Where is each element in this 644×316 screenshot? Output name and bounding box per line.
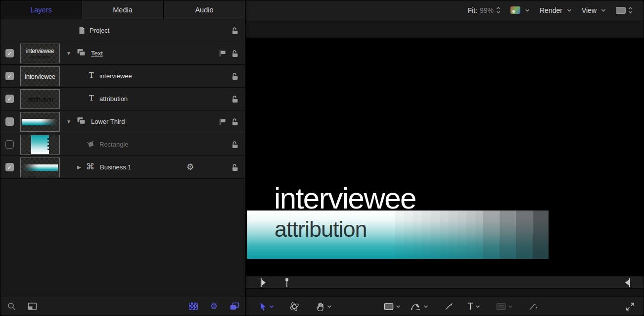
bezier-pen-tool[interactable] bbox=[411, 297, 428, 316]
layer-row-attribution[interactable]: ✓ attribution T attribution bbox=[0, 88, 245, 110]
layer-row-interviewee[interactable]: ✓ interviewee T interviewee bbox=[0, 65, 245, 88]
flag-icon bbox=[219, 50, 227, 57]
window-layout-control[interactable] bbox=[616, 6, 633, 14]
layer-row-rectangle[interactable]: Rectangle bbox=[0, 133, 245, 156]
rectangle-tool[interactable] bbox=[384, 297, 401, 316]
gear-blue-icon: ⚙ bbox=[210, 302, 218, 311]
expand-fullscreen-button[interactable] bbox=[626, 297, 635, 316]
panel-tabbar: Layers Media Audio bbox=[0, 0, 245, 19]
layer-row-business-1[interactable]: ✓ ▶ ⌘ Business 1 ⚙ bbox=[0, 156, 245, 179]
layers-empty-area bbox=[0, 179, 245, 297]
show-masks-toggle[interactable] bbox=[189, 303, 198, 310]
layer-label-project: Project bbox=[90, 27, 109, 34]
disclosure-down-icon[interactable]: ▼ bbox=[66, 51, 71, 56]
out-point-marker[interactable] bbox=[624, 278, 631, 287]
layer-label-interviewee[interactable]: interviewee bbox=[99, 72, 132, 80]
expand-arrows-icon bbox=[626, 302, 635, 311]
zoom-level-control[interactable]: Fit: 99% bbox=[468, 6, 501, 14]
canvas-subtitle-text[interactable]: attribution bbox=[275, 218, 367, 240]
layer-row-lower-third[interactable]: – ▼ Lower Third bbox=[0, 110, 245, 133]
chevron-down-icon bbox=[508, 305, 513, 309]
lock-open-icon[interactable] bbox=[230, 72, 239, 80]
thumb-text: attribution bbox=[27, 96, 53, 103]
thumb-line2: attribution bbox=[31, 54, 49, 59]
pen-icon bbox=[411, 302, 421, 312]
lock-open-icon[interactable] bbox=[230, 95, 239, 103]
viewer-toolbar: Fit: 99% Render View bbox=[246, 0, 644, 20]
render-label: Render bbox=[540, 6, 562, 14]
thumbnail-attribution: attribution bbox=[20, 89, 60, 109]
select-transform-tool[interactable] bbox=[259, 297, 274, 316]
thumbnail-rectangle bbox=[20, 135, 60, 155]
wand-sparkle-icon bbox=[528, 302, 538, 311]
checkbox-attribution[interactable]: ✓ bbox=[5, 95, 14, 103]
brush-icon bbox=[444, 302, 454, 311]
layers-panel: Layers Media Audio Project ✓ bbox=[0, 0, 246, 316]
paint-stroke-tool[interactable] bbox=[444, 297, 454, 316]
3d-transform-tool[interactable] bbox=[289, 297, 300, 316]
layer-label-rectangle[interactable]: Rectangle bbox=[99, 141, 129, 148]
replicator-icon: ⌘ bbox=[86, 161, 94, 172]
mini-timeline[interactable] bbox=[246, 276, 644, 289]
disclosure-down-icon[interactable]: ▼ bbox=[66, 119, 71, 124]
tab-media[interactable]: Media bbox=[82, 0, 164, 19]
chevron-down-icon bbox=[475, 305, 480, 309]
group-icon bbox=[77, 117, 86, 125]
layer-label-lower-third[interactable]: Lower Third bbox=[91, 118, 125, 125]
tab-audio[interactable]: Audio bbox=[164, 0, 245, 19]
thumbnail-display-icon[interactable] bbox=[28, 302, 37, 311]
rectangle-icon bbox=[384, 303, 394, 311]
show-behaviors-toggle[interactable]: ⚙ bbox=[210, 302, 218, 311]
fit-label: Fit: bbox=[468, 6, 477, 14]
pan-tool[interactable] bbox=[316, 297, 332, 316]
checkbox-rectangle-unchecked[interactable] bbox=[5, 140, 14, 149]
gear-icon[interactable]: ⚙ bbox=[186, 162, 194, 172]
show-filters-toggle[interactable] bbox=[230, 302, 239, 311]
text-tool[interactable]: T bbox=[467, 297, 480, 316]
playhead[interactable] bbox=[284, 277, 290, 288]
thumbnail-interviewee: interviewee bbox=[20, 66, 60, 86]
chevron-down-icon bbox=[601, 8, 606, 12]
lock-open-icon[interactable] bbox=[230, 118, 239, 126]
checkerboard-icon bbox=[189, 303, 198, 310]
search-icon[interactable] bbox=[7, 302, 16, 311]
thumbnail-lower-third bbox=[20, 112, 60, 132]
canvas-area[interactable]: interviewee attribution bbox=[246, 20, 644, 276]
lock-open-icon[interactable] bbox=[230, 163, 239, 171]
channels-dropdown[interactable] bbox=[510, 6, 530, 14]
chevron-down-icon bbox=[327, 305, 332, 309]
chevron-down-icon bbox=[525, 8, 530, 12]
chevron-down-icon bbox=[269, 305, 274, 309]
adjust-item-tool[interactable] bbox=[528, 297, 538, 316]
view-dropdown[interactable]: View bbox=[582, 6, 606, 14]
layer-row-project[interactable]: Project bbox=[0, 19, 245, 42]
tab-layers[interactable]: Layers bbox=[0, 0, 82, 19]
disclosure-right-icon[interactable]: ▶ bbox=[77, 164, 81, 170]
chevron-down-icon bbox=[396, 305, 401, 309]
checkbox-lower-third-mixed[interactable]: – bbox=[5, 117, 14, 126]
lock-open-icon[interactable] bbox=[230, 141, 239, 149]
stepper-icon[interactable] bbox=[496, 6, 501, 14]
project-canvas[interactable]: interviewee attribution bbox=[246, 38, 644, 276]
group-icon bbox=[77, 49, 86, 57]
chevron-down-icon bbox=[423, 305, 428, 309]
layer-label-attribution[interactable]: attribution bbox=[99, 95, 128, 103]
thumbnail-business-1 bbox=[20, 158, 60, 177]
lock-open-icon[interactable] bbox=[230, 27, 239, 35]
mask-tool-disabled bbox=[496, 297, 513, 316]
text-tool-icon: T bbox=[467, 301, 473, 312]
canvas-title-text[interactable]: interviewee bbox=[274, 184, 416, 213]
render-dropdown[interactable]: Render bbox=[540, 6, 572, 14]
layer-row-text-group[interactable]: ✓ interviewee attribution ▼ Text bbox=[0, 42, 245, 65]
checkbox-interviewee[interactable]: ✓ bbox=[5, 72, 14, 80]
in-point-marker[interactable] bbox=[260, 278, 267, 287]
layout-swatch-icon bbox=[616, 7, 626, 14]
checkbox-text-group[interactable]: ✓ bbox=[5, 49, 14, 57]
checkbox-business-1[interactable]: ✓ bbox=[5, 163, 14, 171]
layer-label-text[interactable]: Text bbox=[91, 50, 103, 57]
viewer-pane: Fit: 99% Render View bbox=[246, 0, 644, 316]
lock-open-icon[interactable] bbox=[230, 50, 239, 57]
layer-label-business-1[interactable]: Business 1 bbox=[100, 163, 132, 171]
thumb-text: interviewee bbox=[25, 73, 55, 80]
orbit-icon bbox=[289, 302, 300, 312]
